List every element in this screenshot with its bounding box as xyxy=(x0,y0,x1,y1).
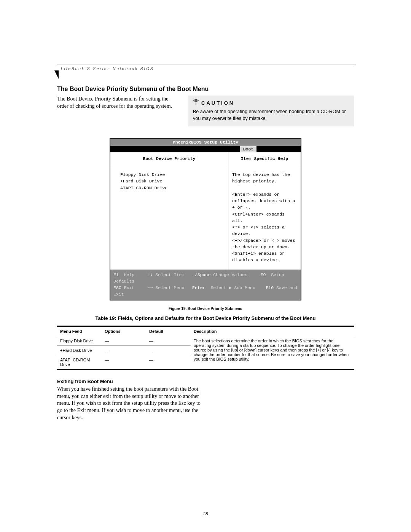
cell-menu-field: ATAPI CD-ROM Drive xyxy=(57,355,102,369)
key-esc-label: Exit xyxy=(124,285,135,290)
th-menu-field: Menu Field xyxy=(57,326,102,336)
table-row: Floppy Disk Drive — — The boot selection… xyxy=(57,336,354,345)
cell-options: — xyxy=(102,355,146,369)
bios-body: Boot Device Priority Floppy Disk Drive +… xyxy=(110,152,301,270)
figure-caption: Figure 19. Boot Device Priority Submenu xyxy=(57,307,354,311)
key-minus-space-label: Change Values xyxy=(213,272,247,277)
table-header-row: Menu Field Options Default Description xyxy=(57,326,354,336)
bios-device-item: Floppy Disk Drive xyxy=(120,171,224,178)
bios-tab-boot: Boot xyxy=(240,146,257,152)
th-description: Description xyxy=(191,326,354,336)
th-default: Default xyxy=(146,326,191,336)
cell-default: — xyxy=(146,355,191,369)
bios-right-column: Item Specific Help The top device has th… xyxy=(228,152,301,270)
running-header: LifeBook S Series Notebook BIOS xyxy=(61,67,154,71)
cell-description: The boot selections determine the order … xyxy=(191,336,354,369)
tab-marker-icon xyxy=(54,70,59,79)
table-caption: Table 19: Fields, Options and Defaults f… xyxy=(57,315,354,321)
key-f1: F1 xyxy=(113,272,119,277)
th-options: Options xyxy=(102,326,146,336)
key-arrows-ud: ↑↓ xyxy=(148,272,153,277)
cell-options: — xyxy=(102,345,146,355)
caution-body: Be aware of the operating environment wh… xyxy=(193,109,349,122)
key-minus-space: -/Space xyxy=(192,272,210,277)
key-f1-label: Help xyxy=(124,272,135,277)
page-number: 28 xyxy=(0,511,411,517)
key-esc: ESC xyxy=(113,285,121,290)
bios-help-text: The top device has the highest priority.… xyxy=(228,165,301,270)
key-f10: F10 xyxy=(266,285,274,290)
subsection-body: When you have finished setting the boot … xyxy=(57,386,206,422)
bios-left-header: Boot Device Priority xyxy=(110,152,228,165)
bios-footer: F1 Help ↑↓ Select Item -/Space Change Va… xyxy=(110,270,301,300)
bios-menubar: Boot xyxy=(110,146,301,152)
caution-heading: CAUTION xyxy=(193,99,349,107)
intro-row: The Boot Device Priority Submenu is for … xyxy=(57,96,354,126)
key-enter-label: Select ▶ Sub-Menu xyxy=(210,285,255,290)
cell-default: — xyxy=(146,336,191,345)
bios-title: PhoenixBIOS Setup Utility xyxy=(110,139,301,146)
fields-table: Menu Field Options Default Description F… xyxy=(57,326,354,370)
caution-box: CAUTION Be aware of the operating enviro… xyxy=(188,96,354,126)
key-f9: F9 xyxy=(261,272,266,277)
bios-panel: PhoenixBIOS Setup Utility Boot Boot Devi… xyxy=(110,138,301,300)
key-enter: Enter xyxy=(192,285,206,290)
bios-device-list: Floppy Disk Drive +Hard Disk Drive ATAPI… xyxy=(110,165,228,267)
intro-paragraph: The Boot Device Priority Submenu is for … xyxy=(57,96,179,110)
section-title: The Boot Device Priority Submenu of the … xyxy=(57,86,354,93)
bios-device-item: +Hard Disk Drive xyxy=(120,178,224,184)
cell-menu-field: +Hard Disk Drive xyxy=(57,345,102,355)
key-arrows-lr: ←→ xyxy=(148,285,153,290)
cell-options: — xyxy=(102,336,146,345)
bios-left-column: Boot Device Priority Floppy Disk Drive +… xyxy=(110,152,228,270)
bios-device-item: ATAPI CD-ROM Drive xyxy=(120,185,224,191)
cell-menu-field: Floppy Disk Drive xyxy=(57,336,102,345)
header-rule xyxy=(57,64,356,64)
document-page: LifeBook S Series Notebook BIOS The Boot… xyxy=(0,0,411,532)
bios-right-header: Item Specific Help xyxy=(228,152,301,165)
subsection-title: Exiting from Boot Menu xyxy=(57,379,354,384)
key-arrows-ud-label: Select Item xyxy=(155,272,184,277)
caution-icon xyxy=(193,99,199,107)
cell-default: — xyxy=(146,345,191,355)
caution-label: CAUTION xyxy=(201,100,234,107)
key-arrows-lr-label: Select Menu xyxy=(155,285,184,290)
